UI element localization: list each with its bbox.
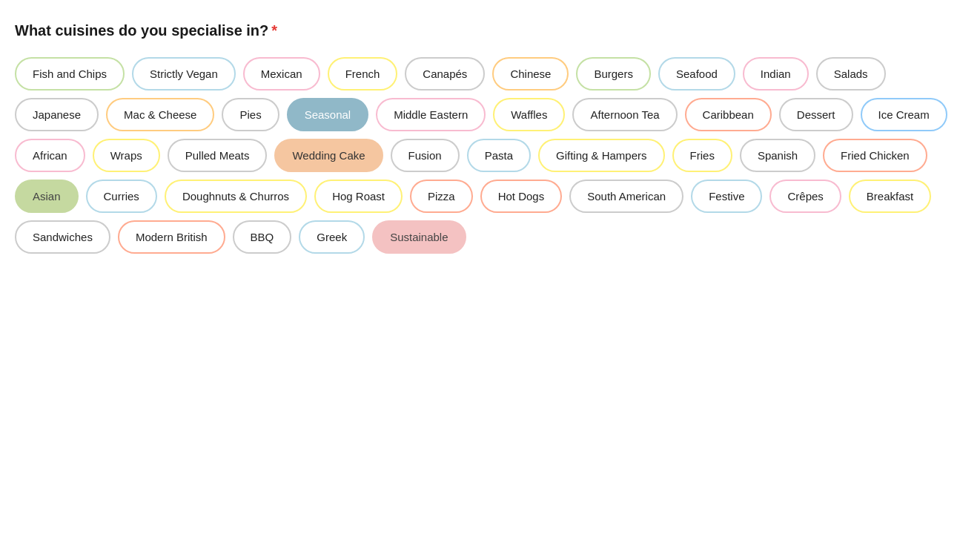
tag-strictly-vegan[interactable]: Strictly Vegan: [132, 57, 236, 91]
tag-african[interactable]: African: [15, 139, 85, 172]
tag-pies[interactable]: Pies: [222, 98, 279, 131]
tag-asian[interactable]: Asian: [15, 180, 79, 213]
tag-seafood[interactable]: Seafood: [658, 57, 735, 91]
tag-breakfast[interactable]: Breakfast: [849, 180, 931, 213]
tag-mac-and-cheese[interactable]: Mac & Cheese: [106, 98, 214, 131]
tag-greek[interactable]: Greek: [299, 220, 365, 254]
tag-french[interactable]: French: [328, 57, 398, 91]
tag-bbq[interactable]: BBQ: [233, 220, 292, 254]
tag-waffles[interactable]: Waffles: [493, 98, 565, 131]
tag-wedding-cake[interactable]: Wedding Cake: [274, 139, 383, 172]
tag-fish-and-chips[interactable]: Fish and Chips: [15, 57, 125, 91]
tag-hot-dogs[interactable]: Hot Dogs: [480, 180, 563, 213]
tag-canapes[interactable]: Canapés: [405, 57, 485, 91]
tag-curries[interactable]: Curries: [86, 180, 157, 213]
tag-afternoon-tea[interactable]: Afternoon Tea: [572, 98, 677, 131]
tag-middle-eastern[interactable]: Middle Eastern: [376, 98, 486, 131]
cuisine-tags-container: Fish and ChipsStrictly VeganMexicanFrenc…: [15, 57, 964, 254]
tag-pizza[interactable]: Pizza: [410, 180, 473, 213]
tag-modern-british[interactable]: Modern British: [118, 220, 225, 254]
tag-pasta[interactable]: Pasta: [467, 139, 531, 172]
tag-doughnuts-churros[interactable]: Doughnuts & Churros: [165, 180, 307, 213]
tag-burgers[interactable]: Burgers: [576, 57, 651, 91]
tag-gifting-and-hampers[interactable]: Gifting & Hampers: [538, 139, 665, 172]
tag-sustainable[interactable]: Sustainable: [372, 220, 466, 254]
tag-hog-roast[interactable]: Hog Roast: [314, 180, 403, 213]
tag-pulled-meats[interactable]: Pulled Meats: [168, 139, 268, 172]
tag-indian[interactable]: Indian: [743, 57, 809, 91]
tag-fried-chicken[interactable]: Fried Chicken: [823, 139, 927, 172]
tag-crepes[interactable]: Crêpes: [769, 180, 841, 213]
tag-japanese[interactable]: Japanese: [15, 98, 99, 131]
question-title: What cuisines do you specialise in?*: [15, 22, 965, 39]
tag-mexican[interactable]: Mexican: [243, 57, 320, 91]
tag-south-american[interactable]: South American: [569, 180, 683, 213]
tag-ice-cream[interactable]: Ice Cream: [861, 98, 947, 131]
tag-dessert[interactable]: Dessert: [779, 98, 853, 131]
tag-spanish[interactable]: Spanish: [740, 139, 815, 172]
tag-chinese[interactable]: Chinese: [492, 57, 569, 91]
tag-festive[interactable]: Festive: [691, 180, 762, 213]
tag-sandwiches[interactable]: Sandwiches: [15, 220, 110, 254]
tag-fries[interactable]: Fries: [672, 139, 732, 172]
tag-fusion[interactable]: Fusion: [391, 139, 460, 172]
tag-caribbean[interactable]: Caribbean: [685, 98, 772, 131]
tag-salads[interactable]: Salads: [816, 57, 886, 91]
tag-wraps[interactable]: Wraps: [93, 139, 160, 172]
tag-seasonal[interactable]: Seasonal: [287, 98, 369, 131]
